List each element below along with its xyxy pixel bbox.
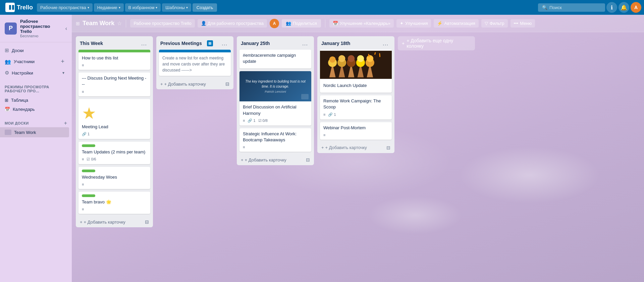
create-button[interactable]: Создать xyxy=(193,3,217,12)
search-input[interactable] xyxy=(549,5,596,10)
card-label-green xyxy=(82,144,95,147)
add-card-january-18th[interactable]: + + Добавить карточку ⊟ xyxy=(317,142,394,153)
svg-rect-16 xyxy=(368,54,369,57)
sidebar-item-members[interactable]: 👥 Участники + xyxy=(0,56,69,67)
sidebar-item-table[interactable]: ⊞ Таблица xyxy=(0,96,72,105)
icecream-svg xyxy=(320,50,392,80)
desc-icon: ≡ xyxy=(82,207,84,211)
workspace-link-button[interactable]: Рабочее пространство Trello xyxy=(130,19,195,28)
board-header: ⊞ Team Work ☆ Рабочее пространство Trell… xyxy=(72,15,644,32)
chevron-down-icon: ▾ xyxy=(186,6,188,9)
upgrades-button[interactable]: ✦ Улучшения xyxy=(396,19,431,28)
card-meta: ≡ xyxy=(82,90,147,94)
info-button[interactable]: ℹ xyxy=(606,2,617,13)
svg-marker-7 xyxy=(348,63,355,77)
starred-label: В избранном xyxy=(128,5,155,10)
card-meta: ≡ 🔗 1 xyxy=(323,112,388,117)
board-item-icon xyxy=(5,130,11,135)
svg-point-12 xyxy=(357,55,364,62)
sidebar-item-settings[interactable]: ⚙ Настройки ▾ xyxy=(0,67,69,78)
starred-menu[interactable]: В избранном ▾ xyxy=(125,3,161,12)
sidebar-board-team-work[interactable]: Team Work xyxy=(0,127,69,137)
add-member-icon[interactable]: + xyxy=(61,58,64,65)
upgrades-icon: ✦ xyxy=(400,21,404,26)
workspaces-menu[interactable]: Рабочие пространства ▾ xyxy=(37,3,93,12)
card-remote-work-campaign[interactable]: Remote Work Campaign: The Scoop ≡ 🔗 1 xyxy=(320,95,392,119)
templates-label: Шаблоны xyxy=(165,5,185,10)
svg-point-2 xyxy=(328,58,337,67)
filter-button[interactable]: ▽ Фильтр xyxy=(481,19,508,28)
sidebar-item-calendar[interactable]: 📅 Календарь xyxy=(0,105,72,114)
share-button[interactable]: 👥 Поделиться xyxy=(282,19,321,28)
card-embrace-remote[interactable]: #embraceremote campaign update xyxy=(239,50,311,68)
card-meeting-lead[interactable]: ★ Meeting Lead 🔗 1 xyxy=(78,99,150,139)
calendar-upgrade-button[interactable]: 📅 Улучшение «Календарь» xyxy=(329,19,394,28)
list-title: January 18th xyxy=(321,41,350,46)
desc-icon: ≡ xyxy=(82,182,84,186)
attachment-item: 🔗 1 xyxy=(328,112,336,117)
automation-button[interactable]: ⚡ Автоматизация xyxy=(434,19,478,28)
add-card-label: + Добавить карточку xyxy=(84,220,125,225)
more-menu-button[interactable]: ••• Меню xyxy=(511,19,535,28)
user-avatar[interactable]: A xyxy=(631,2,641,13)
calendar-icon: 📅 xyxy=(333,21,338,26)
card-team-bravo[interactable]: Team bravo 🌟 ≡ xyxy=(78,192,150,214)
for-workspace-label: Для рабочего пространства xyxy=(208,21,264,26)
board-star-button[interactable]: ☆ xyxy=(117,20,122,27)
list-header-this-week: This Week … xyxy=(76,36,153,50)
card-template-icon[interactable]: ⊟ xyxy=(306,157,310,162)
more-icon: ••• xyxy=(514,21,519,26)
add-icon: + xyxy=(160,82,163,87)
card-discuss-next[interactable]: --- Discuss During Next Meeting --- ≡ xyxy=(78,73,150,96)
list-menu-button[interactable]: … xyxy=(380,40,390,47)
workspaces-label: Рабочие пространства xyxy=(40,5,86,10)
add-list-label: + Добавить еще одну колонку xyxy=(407,38,471,49)
recent-menu[interactable]: Недавние ▾ xyxy=(94,3,124,12)
workspace-header: P Рабочее пространство Trello Бесплатно … xyxy=(0,15,72,42)
card-team-updates[interactable]: Team Updates (2 mins per team) ≡ ☑ 0/6 xyxy=(78,142,150,164)
list-menu-button[interactable]: … xyxy=(139,40,149,47)
desc-icon: ≡ xyxy=(82,63,84,67)
card-artificial-harmony[interactable]: The key ingredient to building trust is … xyxy=(239,71,311,125)
logo[interactable]: Trello xyxy=(3,1,36,13)
list-this-week: This Week … How to use this list ≡ xyxy=(76,36,153,227)
add-card-january-25th[interactable]: + + Добавить карточку ⊟ xyxy=(237,154,314,165)
add-card-this-week[interactable]: + + Добавить карточку ⊟ xyxy=(76,217,153,227)
card-create-new-list[interactable]: Create a new list for each meeting and m… xyxy=(159,50,231,76)
add-card-previous-meetings[interactable]: + + Добавить карточку ⊟ xyxy=(156,79,233,89)
svg-point-9 xyxy=(348,55,355,62)
card-template-icon[interactable]: ⊟ xyxy=(225,81,229,87)
card-title: Brief Discussion on Artificial Harmony xyxy=(243,104,308,116)
add-list-button[interactable]: + + Добавить еще одну колонку xyxy=(398,36,475,50)
sidebar-item-boards[interactable]: ⊞ Доски xyxy=(0,45,69,56)
workspace-plan: Бесплатно xyxy=(20,34,62,38)
member-avatar[interactable]: A xyxy=(270,19,279,28)
checklist-icon: ☑ xyxy=(258,119,262,123)
list-menu-button[interactable]: … xyxy=(219,40,229,47)
attachment-icon: 🔗 1 xyxy=(82,132,90,136)
settings-icon: ⚙ xyxy=(5,70,9,76)
card-how-to-use[interactable]: How to use this list ≡ xyxy=(78,50,150,70)
notifications-button[interactable]: 🔔 xyxy=(619,2,629,13)
sidebar-collapse-button[interactable]: ‹ xyxy=(65,26,67,32)
list-menu-button[interactable]: … xyxy=(300,40,310,47)
add-board-button[interactable]: + xyxy=(64,121,67,126)
card-title: Team Updates (2 mins per team) xyxy=(82,149,147,155)
attachment-count: 1 xyxy=(334,112,336,116)
logo-text: Trello xyxy=(17,4,33,11)
card-nordic-launch[interactable]: Nordic Launch Update xyxy=(320,50,392,93)
card-template-icon[interactable]: ⊟ xyxy=(386,145,390,150)
card-strategic-influence[interactable]: Strategic Influence At Work: Bootcamp Ta… xyxy=(239,128,311,152)
checklist-item: ☑ 0/8 xyxy=(258,119,268,123)
automation-icon: ⚡ xyxy=(437,21,442,26)
svg-point-5 xyxy=(337,58,346,67)
paperclip-icon: 🔗 xyxy=(82,132,87,136)
card-wednesday-woes[interactable]: Wednesday Woes ≡ xyxy=(78,167,150,189)
card-webinar-post-mortem[interactable]: Webinar Post-Mortem ≡ xyxy=(320,122,392,140)
for-workspace-icon: 👤 xyxy=(201,21,206,26)
card-template-icon[interactable]: ⊟ xyxy=(145,219,149,225)
search-box[interactable]: 🔍 xyxy=(538,3,605,12)
for-workspace-button[interactable]: 👤 Для рабочего пространства xyxy=(198,19,267,28)
card-cover-green xyxy=(78,50,150,52)
templates-menu[interactable]: Шаблоны ▾ xyxy=(162,3,191,12)
